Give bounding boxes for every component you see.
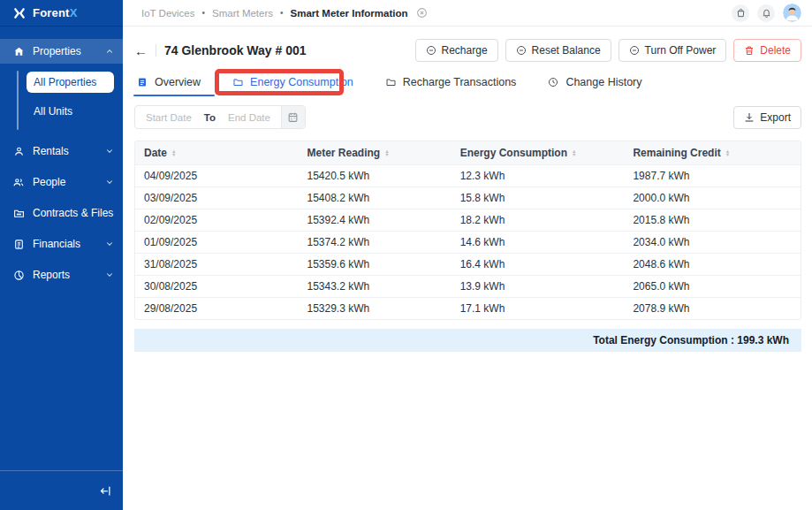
breadcrumb-smart-meter-information[interactable]: Smart Meter Information — [291, 8, 408, 19]
chevron-down-icon — [105, 240, 114, 248]
sort-icon[interactable]: ▲▼ — [572, 149, 576, 156]
bell-icon[interactable] — [757, 4, 775, 22]
back-arrow-icon[interactable]: ← — [134, 44, 148, 57]
chevron-down-icon — [105, 270, 114, 279]
sidebar-item-people[interactable]: People — [0, 170, 123, 194]
folder-tab-icon — [232, 77, 244, 88]
sidebar-item-financials[interactable]: Financials — [0, 232, 123, 256]
summary-value: 199.3 kWh — [737, 334, 789, 346]
end-date-input[interactable]: End Date — [217, 112, 281, 123]
table-row[interactable]: 01/09/202515374.2 kWh14.6 kWh2034.0 kWh — [135, 231, 801, 253]
sidebar-item-rentals[interactable]: Rentals — [0, 139, 123, 164]
breadcrumb-separator: • — [280, 8, 284, 18]
summary-separator: : — [728, 334, 738, 346]
sidebar-item-properties[interactable]: Properties — [0, 39, 123, 64]
chevron-down-icon — [105, 178, 114, 186]
table-row[interactable]: 04/09/202515420.5 kWh12.3 kWh1987.7 kWh — [135, 164, 801, 186]
sidebar-divider — [0, 470, 123, 471]
column-header-energy-consumption[interactable]: Energy Consumption▲▼ — [452, 141, 625, 164]
brand-x-icon — [12, 6, 26, 19]
page-title: 74 Glenbrook Way # 001 — [164, 43, 307, 57]
download-icon — [744, 112, 755, 123]
energy-consumption-table: Date▲▼ Meter Reading▲▼ Energy Consumptio… — [134, 141, 801, 320]
minus-circle-icon — [629, 45, 640, 56]
table-row[interactable]: 03/09/202515408.2 kWh15.8 kWh2000.0 kWh — [135, 186, 801, 209]
sort-icon[interactable]: ▲▼ — [171, 149, 176, 156]
tab-recharge-transactions[interactable]: Recharge Transactions — [383, 73, 519, 96]
brand-logo[interactable]: ForentX — [0, 0, 123, 27]
breadcrumb-separator: • — [202, 8, 206, 18]
sidebar-menu: Properties All Properties All Units Rent… — [0, 27, 123, 287]
sidebar-item-all-units[interactable]: All Units — [27, 101, 123, 122]
reset-balance-button[interactable]: Reset Balance — [505, 39, 611, 62]
table-header-row: Date▲▼ Meter Reading▲▼ Energy Consumptio… — [135, 141, 801, 164]
start-date-input[interactable]: Start Date — [135, 112, 202, 123]
sort-icon[interactable]: ▲▼ — [725, 149, 730, 156]
bag-icon[interactable] — [732, 4, 749, 22]
column-header-meter-reading[interactable]: Meter Reading▲▼ — [298, 141, 451, 164]
delete-button[interactable]: Delete — [733, 39, 801, 62]
submenu-rail — [17, 71, 19, 130]
person-icon — [12, 145, 25, 157]
date-range-to-label: To — [202, 112, 217, 123]
sidebar-item-all-properties[interactable]: All Properties — [27, 72, 114, 93]
calendar-icon[interactable] — [281, 105, 305, 129]
breadcrumb: IoT Devices • Smart Meters • Smart Meter… — [141, 7, 428, 19]
overview-icon — [137, 77, 148, 88]
sidebar-item-label: Properties — [33, 45, 97, 57]
table-row[interactable]: 29/08/202515329.3 kWh17.1 kWh2078.9 kWh — [135, 297, 801, 319]
sidebar-item-contracts-files[interactable]: Contracts & Files — [0, 201, 123, 225]
title-divider — [156, 44, 156, 57]
minus-circle-icon — [516, 45, 527, 56]
close-tab-icon[interactable] — [416, 7, 428, 19]
breadcrumb-iot-devices[interactable]: IoT Devices — [141, 8, 195, 19]
folder-icon — [12, 207, 25, 219]
page-header: ← 74 Glenbrook Way # 001 Recharge Reset … — [134, 39, 801, 62]
clock-icon — [548, 77, 559, 88]
user-avatar[interactable] — [783, 4, 801, 22]
chevron-down-icon — [105, 147, 114, 156]
sort-icon[interactable]: ▲▼ — [384, 149, 389, 156]
tab-change-history[interactable]: Change History — [546, 73, 643, 96]
topbar-actions — [732, 4, 801, 22]
column-header-date[interactable]: Date▲▼ — [135, 141, 298, 164]
breadcrumb-smart-meters[interactable]: Smart Meters — [212, 8, 273, 19]
header-actions: Recharge Reset Balance Turn Off Power — [415, 39, 801, 62]
summary-label: Total Energy Consumption — [593, 334, 727, 346]
date-range-picker[interactable]: Start Date To End Date — [134, 105, 306, 129]
total-energy-consumption-summary: Total Energy Consumption : 199.3 kWh — [134, 329, 801, 352]
table-row[interactable]: 31/08/202515359.6 kWh16.4 kWh2048.6 kWh — [135, 253, 801, 275]
properties-submenu: All Properties All Units — [0, 64, 123, 139]
smart-meter-page: ForentX Properties All Properties All Un… — [0, 0, 812, 510]
recharge-button[interactable]: Recharge — [415, 39, 498, 62]
report-icon — [12, 269, 25, 281]
chevron-up-icon — [105, 47, 114, 56]
folder-tab-icon — [385, 77, 397, 88]
tab-energy-consumption[interactable]: Energy Consumption — [231, 73, 355, 96]
trash-icon — [744, 45, 755, 56]
export-button[interactable]: Export — [733, 106, 801, 129]
filter-row: Start Date To End Date Export — [134, 105, 801, 129]
column-header-remaining-credit[interactable]: Remaining Credit▲▼ — [624, 141, 801, 164]
main-content: ← 74 Glenbrook Way # 001 Recharge Reset … — [123, 27, 812, 510]
turn-off-power-button[interactable]: Turn Off Power — [618, 39, 727, 62]
home-icon — [12, 45, 25, 57]
sidebar: ForentX Properties All Properties All Un… — [0, 0, 123, 510]
sidebar-collapse-button[interactable] — [96, 482, 114, 499]
table-row[interactable]: 30/08/202515343.2 kWh13.9 kWh2065.0 kWh — [135, 275, 801, 297]
brand-name: ForentX — [33, 6, 78, 19]
table-row[interactable]: 02/09/202515392.4 kWh18.2 kWh2015.8 kWh — [135, 209, 801, 231]
sidebar-item-reports[interactable]: Reports — [0, 263, 123, 287]
tab-bar: Overview Energy Consumption Recharge Tra… — [134, 73, 801, 96]
tab-overview[interactable]: Overview — [135, 73, 202, 96]
topbar: IoT Devices • Smart Meters • Smart Meter… — [123, 0, 812, 27]
minus-circle-icon — [426, 45, 436, 56]
people-icon — [12, 176, 25, 188]
document-icon — [12, 238, 25, 250]
